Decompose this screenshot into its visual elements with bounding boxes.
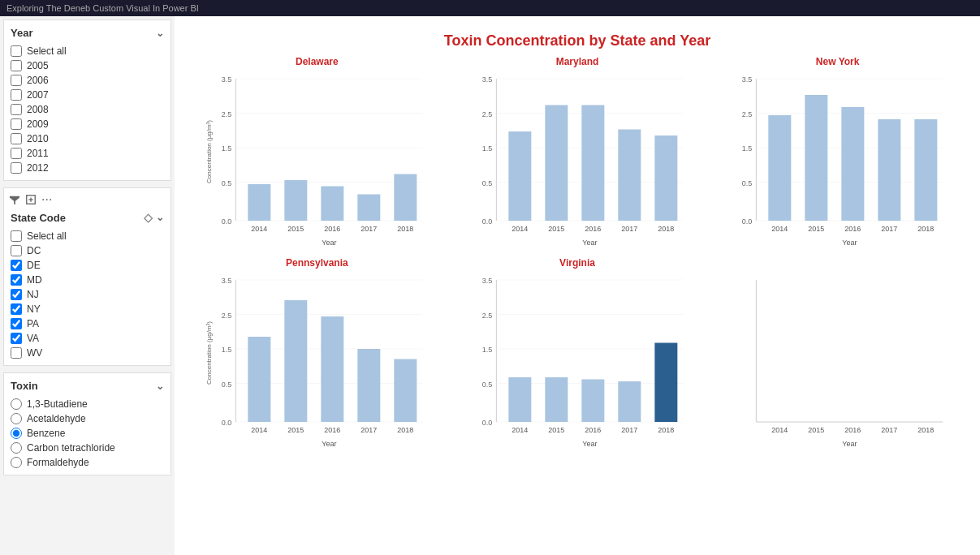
- year-item-2007[interactable]: 2007: [9, 88, 166, 102]
- maryland-bar-2015: [545, 105, 568, 222]
- state-DE-checkbox[interactable]: [11, 260, 22, 271]
- toxin-benzene-radio[interactable]: [11, 428, 22, 439]
- year-item-2005[interactable]: 2005: [9, 58, 166, 73]
- year-item-2010[interactable]: 2010: [9, 131, 166, 146]
- chart-delaware: Delaware 3.5 2.5 1.5: [191, 56, 443, 249]
- year-2009-checkbox[interactable]: [11, 118, 22, 130]
- state-select-all[interactable]: Select all: [9, 229, 166, 243]
- expand-icon: [25, 194, 37, 205]
- svg-text:2018: 2018: [397, 225, 413, 233]
- svg-text:2016: 2016: [845, 225, 861, 233]
- state-item-MD[interactable]: MD: [9, 273, 166, 287]
- svg-text:3.5: 3.5: [481, 277, 492, 285]
- state-PA-label: PA: [27, 318, 39, 329]
- year-filter-items: Select all 2005 2006 2007 2008: [9, 42, 166, 177]
- chart-newyork-title: New York: [711, 56, 964, 67]
- svg-text:2017: 2017: [360, 426, 377, 434]
- state-select-all-label: Select all: [27, 230, 67, 242]
- toxin-item-formaldehyde[interactable]: Formaldehyde: [9, 455, 166, 470]
- year-filter-section: Year ⌄ Select all 2005 2006 200: [3, 19, 171, 181]
- toxin-filter-section: Toxin ⌄ 1,3-Butadiene Acetaldehyde Benze…: [3, 372, 171, 475]
- pennsylvania-bar-2016: [321, 316, 343, 422]
- svg-text:2015: 2015: [809, 225, 825, 233]
- year-item-2006[interactable]: 2006: [9, 73, 166, 88]
- toxin-item-butadiene[interactable]: 1,3-Butadiene: [9, 397, 166, 411]
- year-2008-label: 2008: [27, 104, 49, 115]
- year-select-all[interactable]: Select all: [9, 44, 166, 58]
- ellipsis-icon[interactable]: ···: [41, 193, 52, 206]
- state-item-WV[interactable]: WV: [9, 346, 166, 360]
- state-MD-checkbox[interactable]: [11, 274, 22, 286]
- state-item-NJ[interactable]: NJ: [9, 287, 166, 302]
- virginia-bar-2014: [508, 377, 531, 422]
- state-VA-checkbox[interactable]: [11, 333, 22, 344]
- toxin-item-acetaldehyde[interactable]: Acetaldehyde: [9, 411, 166, 426]
- toxin-chevron-icon: ⌄: [156, 381, 164, 392]
- virginia-bar-2015: [545, 377, 568, 422]
- toxin-carbon-radio[interactable]: [11, 442, 22, 454]
- chart-maryland: Maryland 3.5 2.5 1.5 0.5 0.0: [451, 56, 704, 249]
- year-2008-checkbox[interactable]: [11, 104, 22, 115]
- svg-text:2016: 2016: [324, 426, 340, 434]
- toxin-item-carbon[interactable]: Carbon tetrachloride: [9, 441, 166, 455]
- state-filter-toolbar: ···: [9, 191, 166, 208]
- year-2012-label: 2012: [27, 162, 49, 174]
- chart-virginia-wrapper: 3.5 2.5 1.5 0.5 0.0: [451, 272, 704, 450]
- year-filter-header[interactable]: Year ⌄: [9, 24, 166, 42]
- state-NJ-checkbox[interactable]: [11, 289, 22, 300]
- state-item-DE[interactable]: DE: [9, 258, 166, 273]
- svg-text:Year: Year: [843, 239, 857, 247]
- svg-text:2016: 2016: [585, 225, 601, 233]
- chart-delaware-title: Delaware: [191, 56, 443, 67]
- title-bar: Exploring The Deneb Custom Visual In Pow…: [0, 0, 980, 16]
- toxin-acetaldehyde-radio[interactable]: [11, 413, 22, 424]
- year-select-all-checkbox[interactable]: [11, 45, 22, 57]
- state-item-VA[interactable]: VA: [9, 331, 166, 346]
- clear-icon[interactable]: ◇: [144, 211, 153, 224]
- svg-text:2.5: 2.5: [222, 312, 232, 320]
- state-NY-checkbox[interactable]: [11, 303, 22, 315]
- state-WV-checkbox[interactable]: [11, 347, 22, 359]
- state-item-DC[interactable]: DC: [9, 243, 166, 258]
- pennsylvania-bar-2017: [357, 349, 380, 422]
- main-chart-title: Toxin Concentration by State and Year: [191, 32, 964, 49]
- svg-text:2016: 2016: [845, 426, 861, 434]
- svg-text:0.5: 0.5: [222, 179, 232, 187]
- svg-text:2018: 2018: [918, 426, 935, 434]
- year-2009-label: 2009: [27, 118, 49, 130]
- toxin-butadiene-radio[interactable]: [11, 398, 22, 410]
- state-select-all-checkbox[interactable]: [11, 230, 22, 242]
- year-2007-label: 2007: [27, 89, 49, 101]
- svg-text:2.5: 2.5: [481, 110, 492, 118]
- state-PA-checkbox[interactable]: [11, 318, 22, 329]
- chart-empty-svg: 2014 2015 2016 2017 2018 Year: [711, 272, 964, 450]
- year-2005-checkbox[interactable]: [11, 60, 22, 71]
- year-2012-checkbox[interactable]: [11, 162, 22, 174]
- chart-area: Toxin Concentration by State and Year De…: [175, 16, 980, 555]
- svg-text:2.5: 2.5: [481, 312, 492, 320]
- state-MD-label: MD: [27, 274, 42, 286]
- state-item-PA[interactable]: PA: [9, 316, 166, 331]
- svg-text:2016: 2016: [324, 225, 340, 233]
- year-item-2012[interactable]: 2012: [9, 161, 166, 175]
- state-filter-header[interactable]: State Code ◇ ⌄: [9, 208, 166, 227]
- year-2007-checkbox[interactable]: [11, 89, 22, 101]
- state-DC-checkbox[interactable]: [11, 245, 22, 256]
- toxin-filter-header[interactable]: Toxin ⌄: [9, 376, 166, 395]
- maryland-bar-2017: [618, 130, 641, 222]
- svg-text:1.5: 1.5: [742, 144, 753, 153]
- toxin-formaldehyde-radio[interactable]: [11, 457, 22, 468]
- year-item-2011[interactable]: 2011: [9, 146, 166, 161]
- toxin-item-benzene[interactable]: Benzene: [9, 426, 166, 441]
- toxin-carbon-label: Carbon tetrachloride: [27, 442, 115, 454]
- year-2011-checkbox[interactable]: [11, 148, 22, 159]
- year-2006-checkbox[interactable]: [11, 75, 22, 86]
- svg-text:3.5: 3.5: [222, 277, 232, 285]
- year-item-2008[interactable]: 2008: [9, 102, 166, 117]
- state-item-NY[interactable]: NY: [9, 302, 166, 316]
- year-2010-checkbox[interactable]: [11, 133, 22, 144]
- virginia-bar-2016: [581, 380, 604, 423]
- svg-text:Year: Year: [582, 239, 597, 247]
- delaware-bar-2017: [357, 195, 380, 222]
- year-item-2009[interactable]: 2009: [9, 117, 166, 131]
